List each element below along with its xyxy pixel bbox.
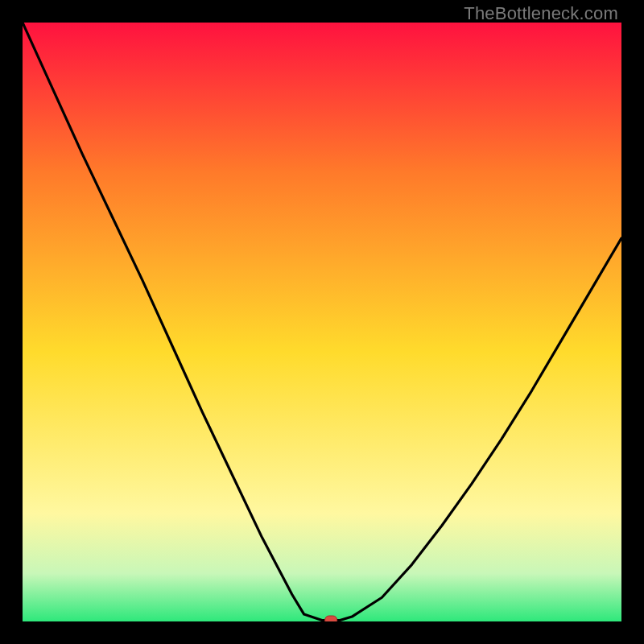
chart-svg: [23, 23, 621, 621]
watermark-text: TheBottleneck.com: [464, 3, 618, 24]
gradient-background: [23, 23, 621, 621]
minimum-marker: [325, 616, 337, 621]
plot-area: [23, 23, 621, 621]
chart-container: TheBottleneck.com: [0, 0, 644, 644]
